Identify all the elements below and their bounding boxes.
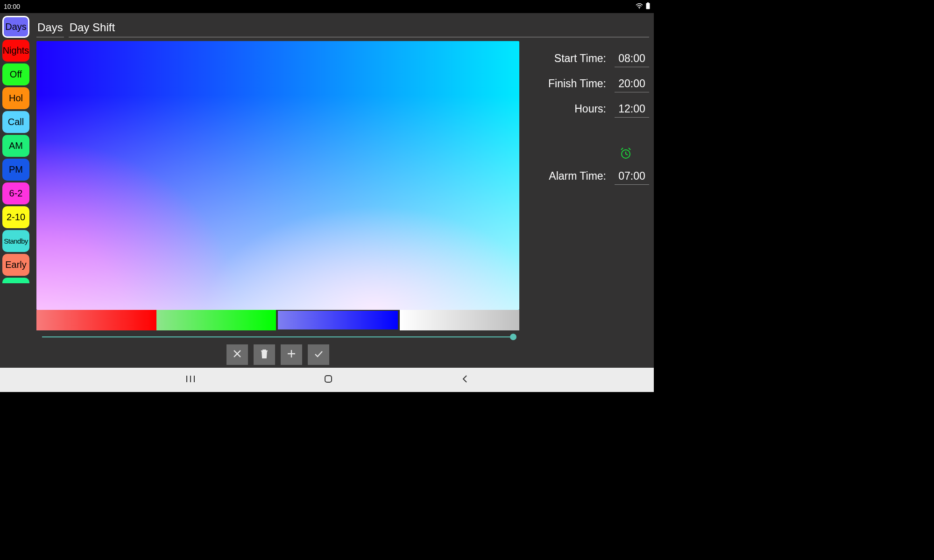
color-channel-row — [36, 310, 519, 330]
confirm-button[interactable] — [308, 344, 329, 365]
svg-rect-1 — [646, 3, 650, 9]
alarm-time-label: Alarm Time: — [549, 170, 606, 182]
sidebar-item-call[interactable]: Call — [2, 111, 29, 133]
svg-rect-2 — [647, 2, 649, 3]
hours-label: Hours: — [574, 103, 606, 115]
header-row: Days Day Shift — [36, 16, 649, 37]
sidebar-item-hol[interactable]: Hol — [2, 87, 29, 109]
alarm-clock-icon[interactable] — [619, 147, 632, 162]
channel-white[interactable] — [400, 310, 520, 330]
delete-button[interactable] — [254, 344, 275, 365]
cancel-button[interactable] — [226, 344, 248, 365]
wifi-icon — [636, 3, 643, 10]
long-name-input[interactable]: Day Shift — [69, 19, 649, 37]
sidebar-item-label: Standby — [4, 237, 28, 245]
close-icon — [232, 349, 242, 361]
sidebar-item-nights[interactable]: Nights — [2, 40, 29, 62]
finish-time-value[interactable]: 20:00 — [615, 77, 649, 92]
color-gradient-area[interactable] — [36, 41, 519, 310]
sidebar-item-label: 2-10 — [7, 212, 25, 223]
sidebar-item-am[interactable]: AM — [2, 135, 29, 157]
sidebar-item-partial[interactable] — [2, 278, 29, 283]
back-icon[interactable] — [461, 374, 468, 385]
sidebar-item-label: Days — [5, 21, 27, 32]
sidebar-item-standby[interactable]: Standby — [2, 230, 29, 252]
sidebar-item-6-2[interactable]: 6-2 — [2, 182, 29, 204]
sidebar-item-pm[interactable]: PM — [2, 159, 29, 181]
channel-red[interactable] — [36, 310, 156, 330]
start-time-label: Start Time: — [554, 52, 606, 65]
alarm-time-value[interactable]: 07:00 — [615, 170, 649, 185]
sidebar-item-2-10[interactable]: 2-10 — [2, 206, 29, 228]
time-panel: Start Time: 08:00 Finish Time: 20:00 Hou… — [528, 41, 649, 366]
add-button[interactable] — [281, 344, 302, 365]
recents-icon[interactable] — [185, 375, 196, 385]
channel-green[interactable] — [156, 310, 276, 330]
sidebar-item-label: Early — [5, 259, 27, 270]
sidebar-item-label: AM — [9, 140, 23, 151]
svg-point-0 — [639, 8, 640, 9]
finish-time-label: Finish Time: — [548, 77, 606, 90]
sidebar-item-days[interactable]: Days — [2, 16, 29, 38]
battery-icon — [646, 2, 650, 11]
sidebar-item-label: Call — [8, 117, 24, 127]
sidebar-item-label: PM — [9, 164, 23, 175]
svg-rect-4 — [325, 376, 332, 382]
sidebar-item-label: Nights — [3, 45, 29, 56]
sidebar-item-label: 6-2 — [9, 188, 23, 199]
start-time-value[interactable]: 08:00 — [615, 52, 649, 67]
sidebar-item-label: Off — [10, 69, 22, 80]
sidebar-item-early[interactable]: Early — [2, 254, 29, 276]
channel-blue[interactable] — [277, 310, 399, 330]
slider-thumb[interactable] — [510, 334, 517, 340]
home-icon[interactable] — [324, 374, 333, 385]
sidebar-item-off[interactable]: Off — [2, 63, 29, 85]
plus-icon — [286, 349, 297, 361]
check-icon — [313, 349, 324, 361]
trash-icon — [259, 349, 269, 361]
intensity-slider[interactable] — [36, 330, 519, 343]
sidebar-item-label: Hol — [9, 93, 23, 104]
status-time: 10:00 — [4, 3, 20, 10]
hours-value[interactable]: 12:00 — [615, 103, 649, 118]
android-nav-bar — [0, 368, 654, 392]
status-bar: 10:00 — [0, 0, 654, 13]
action-toolbar — [36, 343, 519, 366]
shift-sidebar: Days Nights Off Hol Call AM PM 6-2 2-10 … — [0, 13, 32, 368]
short-name-input[interactable]: Days — [36, 19, 64, 37]
